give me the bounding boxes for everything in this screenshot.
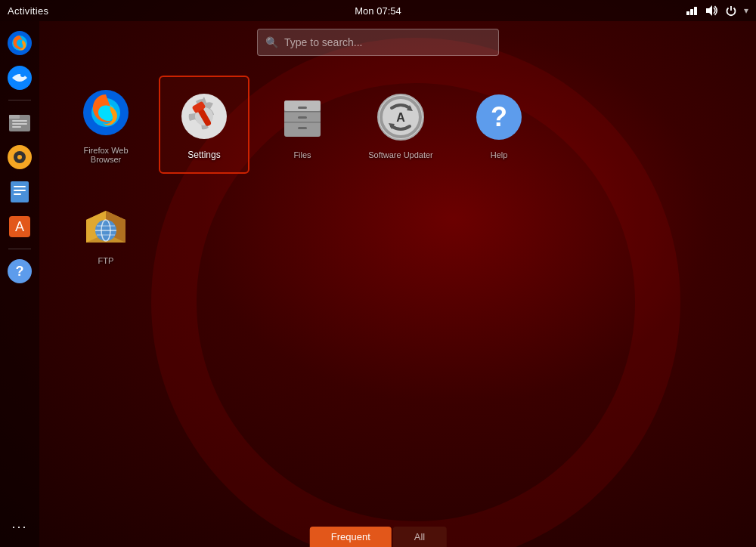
- app-label-updater: Software Updater: [368, 150, 433, 159]
- svg-text:?: ?: [16, 264, 24, 279]
- tab-frequent[interactable]: Frequent: [310, 527, 392, 547]
- svg-rect-35: [298, 107, 307, 109]
- svg-text:?: ?: [491, 101, 507, 132]
- svg-text:A: A: [15, 219, 24, 234]
- dock-separator-2: [8, 249, 31, 249]
- app-label-ftp: FTP: [98, 256, 114, 265]
- app-item-firefox[interactable]: Firefox Web Browser: [60, 76, 151, 174]
- app-label-settings: Settings: [187, 150, 220, 160]
- svg-point-7: [20, 73, 25, 77]
- app-grid: Firefox Web Browser Settings: [45, 68, 756, 287]
- svg-rect-36: [298, 116, 307, 119]
- dock-item-files[interactable]: [4, 107, 36, 138]
- search-bar[interactable]: 🔍: [257, 29, 499, 56]
- svg-rect-33: [284, 111, 321, 113]
- svg-rect-12: [12, 126, 21, 128]
- app-item-settings[interactable]: Settings: [159, 76, 249, 174]
- dock-item-thunderbird[interactable]: [4, 62, 36, 94]
- dock-item-rhythmbox[interactable]: [4, 141, 36, 173]
- svg-text:A: A: [396, 111, 405, 124]
- app-row-2: FTP: [60, 181, 741, 280]
- app-label-filemanager: Files: [293, 150, 311, 159]
- svg-rect-2: [694, 7, 697, 15]
- topbar: Activities Mon 07:54 ▾: [0, 0, 756, 21]
- dock-item-help[interactable]: ?: [4, 255, 36, 287]
- svg-rect-11: [12, 123, 27, 125]
- dock-item-appstore[interactable]: A: [4, 211, 36, 243]
- dock-separator-1: [8, 100, 31, 100]
- dock-bottom: ···: [8, 515, 30, 539]
- settings-icon-wrap: [177, 89, 231, 144]
- dock-item-writer[interactable]: [4, 176, 36, 208]
- svg-rect-0: [686, 11, 689, 15]
- svg-rect-16: [11, 181, 29, 202]
- app-label-firefox: Firefox Web Browser: [68, 146, 144, 164]
- svg-rect-32: [284, 100, 321, 111]
- svg-rect-18: [14, 190, 26, 191]
- svg-rect-10: [12, 120, 27, 122]
- svg-rect-34: [284, 122, 321, 123]
- clock: Mon 07:54: [355, 5, 401, 17]
- topbar-system-icons: ▾: [685, 4, 748, 17]
- power-icon[interactable]: [724, 4, 738, 17]
- app-item-filemanager[interactable]: Files: [257, 76, 348, 174]
- tab-all[interactable]: All: [393, 527, 446, 547]
- dock: A ? ···: [0, 21, 39, 547]
- svg-point-15: [17, 155, 22, 159]
- ftp-icon-wrap: [79, 196, 133, 250]
- filemanager-icon-wrap: [275, 90, 330, 144]
- dock-item-firefox[interactable]: [4, 27, 36, 59]
- activities-button[interactable]: Activities: [8, 5, 48, 17]
- help-icon-wrap: ?: [472, 90, 526, 144]
- app-row-1: Firefox Web Browser Settings: [60, 76, 741, 174]
- show-apps-button[interactable]: ···: [8, 515, 30, 539]
- power-dropdown[interactable]: ▾: [744, 5, 748, 16]
- svg-rect-37: [298, 127, 307, 129]
- app-item-ftp[interactable]: FTP: [60, 181, 151, 280]
- search-icon: 🔍: [265, 36, 278, 48]
- network-icon[interactable]: [685, 4, 699, 17]
- app-label-help: Help: [491, 150, 508, 159]
- app-item-updater[interactable]: A Software Updater: [355, 76, 446, 174]
- svg-marker-3: [706, 5, 712, 16]
- search-input[interactable]: [284, 36, 491, 48]
- svg-rect-9: [9, 115, 20, 119]
- svg-rect-17: [14, 186, 26, 187]
- app-item-help[interactable]: ? Help: [454, 76, 544, 174]
- updater-icon-wrap: A: [373, 90, 428, 144]
- svg-rect-1: [690, 9, 693, 15]
- firefox-icon-wrap: [79, 85, 133, 140]
- bottom-tabs: Frequent All: [310, 527, 447, 547]
- svg-rect-19: [14, 193, 21, 195]
- volume-icon[interactable]: [705, 4, 718, 17]
